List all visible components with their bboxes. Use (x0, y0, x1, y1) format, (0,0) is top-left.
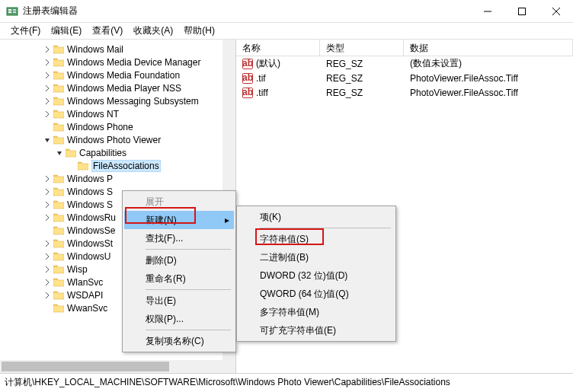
folder-icon (53, 265, 64, 274)
folder-icon (53, 200, 64, 209)
tree-item[interactable]: Windows Messaging Subsystem (0, 94, 235, 107)
tree-label: Windows Media Device Manager (67, 57, 200, 68)
chevron-right-icon[interactable] (43, 291, 52, 300)
svg-rect-1 (8, 9, 11, 11)
menu-view[interactable]: 查看(V) (88, 23, 127, 39)
folder-icon (53, 174, 64, 183)
folder-icon (53, 226, 64, 235)
ctx-item[interactable]: 重命名(R) (124, 269, 234, 288)
folder-icon (53, 213, 64, 222)
folder-icon (53, 252, 64, 261)
window-title: 注册表编辑器 (23, 5, 470, 18)
app-icon (6, 5, 18, 18)
folder-icon (53, 239, 64, 248)
menu-bar: 文件(F) 编辑(E) 查看(V) 收藏夹(A) 帮助(H) (0, 23, 573, 40)
maximize-button[interactable] (504, 0, 539, 23)
chevron-right-icon[interactable] (43, 174, 52, 183)
tree-label: Windows S (67, 199, 113, 210)
folder-icon (53, 135, 64, 145)
menu-separator (146, 289, 231, 290)
tree-label: Windows P (67, 174, 113, 184)
cell-name: ab(默认) (236, 57, 320, 70)
close-button[interactable] (539, 0, 573, 23)
chevron-right-icon[interactable] (43, 71, 52, 80)
folder-icon (53, 84, 64, 93)
folder-icon (53, 97, 64, 106)
chevron-right-icon[interactable] (43, 45, 52, 54)
chevron-right-icon[interactable] (43, 200, 52, 209)
folder-icon (53, 58, 64, 67)
status-bar: 计算机\HKEY_LOCAL_MACHINE\SOFTWARE\Microsof… (0, 373, 573, 390)
folder-icon (53, 71, 64, 80)
tree-item[interactable]: Windows NT (0, 107, 235, 120)
chevron-right-icon[interactable] (43, 239, 52, 248)
cell-data: PhotoViewer.FileAssoc.Tiff (404, 73, 573, 84)
chevron-down-icon[interactable] (43, 135, 52, 145)
col-name[interactable]: 名称 (236, 40, 320, 56)
chevron-right-icon[interactable] (43, 187, 52, 196)
chevron-right-icon[interactable] (43, 58, 52, 67)
cell-name: ab.tiff (236, 88, 320, 98)
svg-text:ab: ab (242, 88, 253, 97)
list-row[interactable]: ab.tifREG_SZPhotoViewer.FileAssoc.Tiff (236, 71, 573, 85)
tree-label: Windows Media Player NSS (67, 83, 181, 94)
menu-separator (146, 330, 231, 330)
ctx-item[interactable]: 权限(P)... (124, 310, 234, 328)
submenu-item[interactable]: 多字符串值(M) (238, 303, 394, 321)
context-menu: 展开新建(N)▸查找(F)...删除(D)重命名(R)导出(E)权限(P)...… (122, 190, 236, 352)
chevron-right-icon[interactable] (43, 84, 52, 93)
list-row[interactable]: ab.tiffREG_SZPhotoViewer.FileAssoc.Tiff (236, 85, 573, 100)
list-row[interactable]: ab(默认)REG_SZ(数值未设置) (236, 56, 573, 71)
col-type[interactable]: 类型 (320, 40, 404, 56)
submenu-arrow-icon: ▸ (225, 215, 229, 225)
submenu-item[interactable]: 项(K) (238, 208, 394, 226)
tree-item[interactable]: Windows Media Device Manager (0, 56, 235, 69)
chevron-right-icon[interactable] (43, 278, 52, 287)
submenu-item[interactable]: 字符串值(S) (238, 230, 394, 248)
title-bar: 注册表编辑器 (0, 0, 573, 23)
cell-data: PhotoViewer.FileAssoc.Tiff (404, 88, 573, 98)
cell-data: (数值未设置) (404, 57, 573, 70)
tree-item[interactable]: FileAssociations (0, 159, 235, 172)
folder-icon (78, 161, 88, 171)
tree-item[interactable]: Capabilities (0, 146, 235, 159)
ctx-item[interactable]: 查找(F)... (124, 229, 234, 247)
tree-label: WindowsU (67, 251, 110, 262)
chevron-right-icon[interactable] (43, 252, 52, 261)
ctx-item[interactable]: 删除(D) (124, 251, 234, 269)
tree-item[interactable]: Windows Phone (0, 120, 235, 133)
menu-favorites[interactable]: 收藏夹(A) (129, 23, 178, 39)
list-header: 名称 类型 数据 (236, 40, 573, 56)
minimize-button[interactable] (470, 0, 504, 23)
menu-help[interactable]: 帮助(H) (179, 23, 219, 39)
ctx-item[interactable]: 复制项名称(C) (124, 332, 234, 350)
folder-icon (53, 278, 64, 287)
tree-item[interactable]: Windows P (0, 172, 235, 185)
ctx-item[interactable]: 新建(N)▸ (124, 211, 234, 229)
tree-item[interactable]: Windows Media Player NSS (0, 81, 235, 94)
tree-hscroll[interactable] (0, 360, 222, 373)
tree-item[interactable]: Windows Media Foundation (0, 69, 235, 81)
chevron-down-icon[interactable] (55, 148, 64, 158)
cell-type: REG_SZ (320, 88, 404, 98)
menu-file[interactable]: 文件(F) (6, 23, 45, 39)
chevron-right-icon[interactable] (43, 213, 52, 222)
folder-icon (53, 187, 64, 196)
submenu-item[interactable]: QWORD (64 位)值(Q) (238, 285, 394, 303)
tree-label: WindowsSe (67, 225, 115, 236)
tree-label: Capabilities (79, 148, 126, 158)
cell-name: ab.tif (236, 73, 320, 84)
col-data[interactable]: 数据 (404, 40, 573, 56)
submenu-item[interactable]: 可扩充字符串值(E) (238, 321, 394, 339)
submenu-item[interactable]: 二进制值(B) (238, 248, 394, 266)
submenu-item[interactable]: DWORD (32 位)值(D) (238, 266, 394, 285)
chevron-right-icon[interactable] (43, 265, 52, 274)
tree-item[interactable]: Windows Photo Viewer (0, 133, 235, 146)
chevron-right-icon[interactable] (43, 110, 52, 119)
tree-label: Windows Messaging Subsystem (67, 96, 199, 107)
ctx-item[interactable]: 导出(E) (124, 292, 234, 310)
chevron-right-icon[interactable] (43, 97, 52, 106)
tree-item[interactable]: Windows Mail (0, 43, 235, 56)
menu-edit[interactable]: 编辑(E) (46, 23, 86, 39)
cell-type: REG_SZ (320, 59, 404, 69)
